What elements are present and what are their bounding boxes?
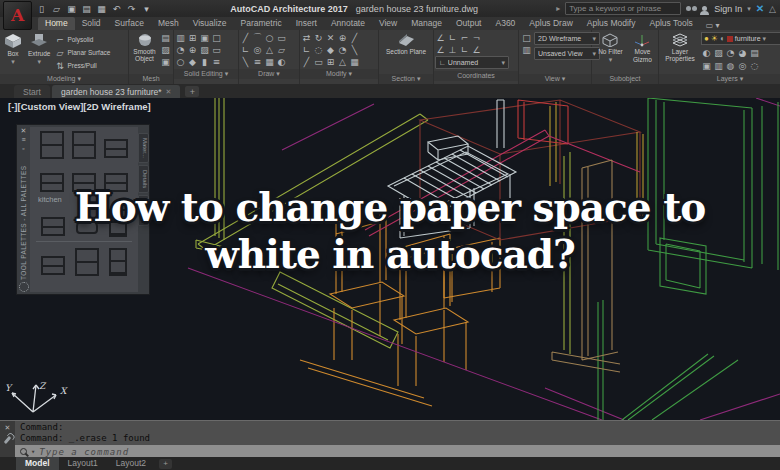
tool-icon[interactable]: ∠: [435, 32, 446, 43]
tool-icon[interactable]: ↷: [126, 3, 137, 14]
tool-icon[interactable]: ▭: [313, 56, 324, 67]
panel-title-section[interactable]: Section ▾: [379, 74, 433, 84]
tool-icon[interactable]: ✕: [325, 32, 336, 43]
tool-icon[interactable]: ∟: [459, 44, 470, 55]
tool-icon[interactable]: ▣: [199, 32, 210, 43]
tool-icon[interactable]: ▤: [81, 3, 92, 14]
visual-style-dropdown[interactable]: 2D Wireframe ▾: [534, 32, 600, 45]
layer-properties-button[interactable]: Layer Properties: [661, 32, 699, 63]
palette-item[interactable]: [72, 131, 96, 159]
tool-icon[interactable]: ⊕: [187, 44, 198, 55]
tool-icon[interactable]: ▯: [36, 3, 47, 14]
layer-thaw-icon[interactable]: ☀: [711, 34, 718, 43]
tool-icon[interactable]: ◍: [725, 60, 736, 71]
tool-icon[interactable]: ▨: [199, 44, 210, 55]
tab-layout1[interactable]: Layout1: [59, 457, 107, 470]
sign-in-button[interactable]: Sign In: [714, 4, 742, 14]
tool-icon[interactable]: ∟: [447, 32, 458, 43]
no-filter-button[interactable]: No Filter ▾: [596, 32, 625, 64]
tool-icon[interactable]: □: [521, 32, 532, 43]
ribbon-tab-home[interactable]: Home: [38, 17, 75, 30]
close-icon[interactable]: ✕: [5, 424, 11, 431]
tool-icon[interactable]: ◕: [737, 47, 748, 58]
tool-icon[interactable]: ╲: [349, 44, 360, 55]
wrench-icon[interactable]: [4, 436, 11, 444]
tool-icon[interactable]: ▤: [160, 32, 171, 43]
tool-icon[interactable]: ╱: [349, 32, 360, 43]
ribbon-tab-view[interactable]: View: [372, 17, 404, 30]
sign-in-caret-icon[interactable]: ▾: [747, 5, 751, 13]
panel-title-subobject[interactable]: Subobject: [592, 74, 658, 84]
tool-icon[interactable]: ∠: [471, 44, 482, 55]
tool-icon[interactable]: ◌: [313, 44, 324, 55]
ribbon-tab-solid[interactable]: Solid: [75, 17, 108, 30]
tool-icon[interactable]: ▦: [349, 56, 360, 67]
tool-icon[interactable]: ▥: [175, 32, 186, 43]
drawing-canvas[interactable]: [-][Custom View][2D Wireframe]: [0, 98, 780, 420]
tool-icon[interactable]: ▥: [713, 60, 724, 71]
tool-icon[interactable]: △: [264, 44, 275, 55]
layer-dropdown[interactable]: ● ☀ ◐ furniture ▾: [701, 32, 780, 45]
panel-title-coordinates[interactable]: Coordinates: [434, 71, 518, 81]
ribbon-tab-parametric[interactable]: Parametric: [234, 17, 289, 30]
tool-icon[interactable]: ◎: [252, 44, 263, 55]
layer-color-swatch[interactable]: [727, 36, 733, 42]
tool-icon[interactable]: ▦: [96, 3, 107, 14]
ribbon-tab-aplus-draw[interactable]: Aplus Draw: [522, 17, 579, 30]
tab-layout2[interactable]: Layout2: [107, 457, 155, 470]
ribbon-tab-a360[interactable]: A360: [488, 17, 522, 30]
tab-model[interactable]: Model: [16, 457, 59, 470]
tool-icon[interactable]: ◌: [749, 60, 760, 71]
ribbon-tab-aplus-modify[interactable]: Aplus Modify: [580, 17, 643, 30]
tool-icon[interactable]: ▱: [51, 3, 62, 14]
ribbon-tab-insert[interactable]: Insert: [289, 17, 324, 30]
search-expand-icon[interactable]: ▸: [556, 4, 560, 13]
file-tab-document[interactable]: garden house 23 furniture* ✕: [52, 85, 181, 98]
tool-icon[interactable]: ▣: [66, 3, 77, 14]
tool-icon[interactable]: ⊞: [187, 32, 198, 43]
tool-icon[interactable]: □: [211, 32, 222, 43]
tool-icon[interactable]: ▣: [160, 56, 171, 67]
tool-icon[interactable]: ▭: [276, 32, 287, 43]
tool-icon[interactable]: ╲: [240, 56, 251, 67]
tool-icon[interactable]: ○: [264, 32, 275, 43]
tool-icon[interactable]: ↻: [313, 32, 324, 43]
view-name-dropdown[interactable]: Unsaved View ▾: [534, 47, 600, 60]
layer-lock-icon[interactable]: ◐: [720, 34, 725, 43]
tool-icon[interactable]: ¬: [471, 32, 482, 43]
ribbon-tab-aplus-tools[interactable]: Aplus Tools: [642, 17, 699, 30]
tool-icon[interactable]: ⊥: [447, 44, 458, 55]
palette-tab-materials[interactable]: Mater...: [138, 133, 149, 163]
ribbon-tab-output[interactable]: Output: [449, 17, 489, 30]
ribbon-tab-manage[interactable]: Manage: [404, 17, 449, 30]
tool-icon[interactable]: ◔: [725, 47, 736, 58]
tool-icon[interactable]: ▨: [713, 47, 724, 58]
ribbon-tab-mesh[interactable]: Mesh: [151, 17, 186, 30]
gear-icon[interactable]: [19, 282, 29, 292]
palette-item[interactable]: [104, 139, 128, 158]
properties-icon[interactable]: ▫: [22, 145, 24, 152]
tool-icon[interactable]: ⊞: [325, 56, 336, 67]
panel-title-view[interactable]: View ▾: [519, 74, 591, 84]
tool-icon[interactable]: ╱: [301, 56, 312, 67]
search-input[interactable]: Type a keyword or phrase: [565, 2, 681, 15]
palette-item[interactable]: [40, 131, 64, 159]
ucs-name-dropdown[interactable]: ∟ Unnamed ▾: [435, 56, 509, 69]
recent-commands-icon[interactable]: [20, 448, 27, 455]
tool-icon[interactable]: ⇄: [301, 32, 312, 43]
tool-icon[interactable]: ▾: [141, 3, 152, 14]
tool-icon[interactable]: ▥: [521, 44, 532, 55]
presspull-button[interactable]: ⇅ Press/Pull: [54, 60, 110, 71]
ribbon-tab-annotate[interactable]: Annotate: [324, 17, 372, 30]
file-tab-start[interactable]: Start: [14, 85, 50, 98]
tool-icon[interactable]: ╱: [240, 32, 251, 43]
exchange-apps-icon[interactable]: ✕: [756, 3, 764, 14]
tool-icon[interactable]: ≡: [211, 56, 222, 67]
viewport-controls[interactable]: [-][Custom View][2D Wireframe]: [8, 101, 151, 112]
tool-icon[interactable]: ▮: [199, 56, 210, 67]
move-gizmo-button[interactable]: Move Gizmo: [631, 32, 654, 64]
tool-icon[interactable]: ▤: [749, 47, 760, 58]
tool-icon[interactable]: ≡: [252, 56, 263, 67]
new-drawing-button[interactable]: +: [185, 86, 199, 97]
close-icon[interactable]: ✕: [21, 127, 27, 134]
